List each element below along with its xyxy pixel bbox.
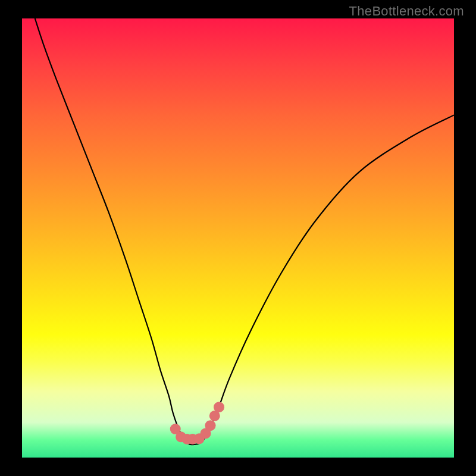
marker-dot [214, 402, 224, 412]
watermark-text: TheBottleneck.com [349, 4, 464, 19]
chart-plot-area [22, 18, 454, 458]
bottleneck-range-markers [170, 402, 224, 444]
bottleneck-curve-svg [22, 18, 454, 458]
bottleneck-curve-path [35, 18, 454, 444]
marker-dot [205, 420, 216, 431]
